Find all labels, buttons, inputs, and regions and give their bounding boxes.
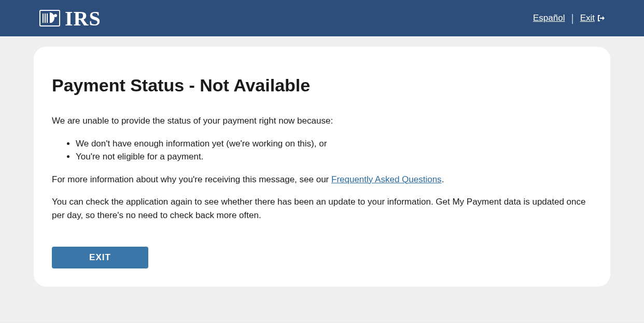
page-title: Payment Status - Not Available	[52, 75, 592, 96]
exit-button[interactable]: EXIT	[52, 247, 148, 268]
update-note: You can check the application again to s…	[52, 195, 592, 222]
list-item: We don't have enough information yet (we…	[76, 137, 592, 151]
content-card: Payment Status - Not Available We are un…	[34, 47, 610, 287]
intro-text: We are unable to provide the status of y…	[52, 114, 592, 128]
faq-link[interactable]: Frequently Asked Questions	[331, 174, 442, 184]
signout-icon	[597, 14, 605, 22]
faq-prefix: For more information about why you're re…	[52, 174, 331, 184]
irs-eagle-icon	[39, 7, 61, 29]
exit-link[interactable]: Exit	[580, 13, 605, 23]
exit-link-label: Exit	[580, 13, 595, 23]
header-links: Español | Exit	[533, 12, 605, 24]
irs-brand-text: IRS	[65, 6, 101, 31]
language-link[interactable]: Español	[533, 13, 565, 23]
reason-list: We don't have enough information yet (we…	[52, 137, 592, 164]
link-divider: |	[571, 12, 573, 24]
irs-logo: IRS	[39, 6, 101, 31]
header: IRS Español | Exit	[0, 0, 644, 36]
faq-paragraph: For more information about why you're re…	[52, 173, 592, 186]
list-item: You're not eligible for a payment.	[76, 150, 592, 164]
svg-point-1	[54, 14, 57, 17]
faq-suffix: .	[442, 174, 444, 184]
